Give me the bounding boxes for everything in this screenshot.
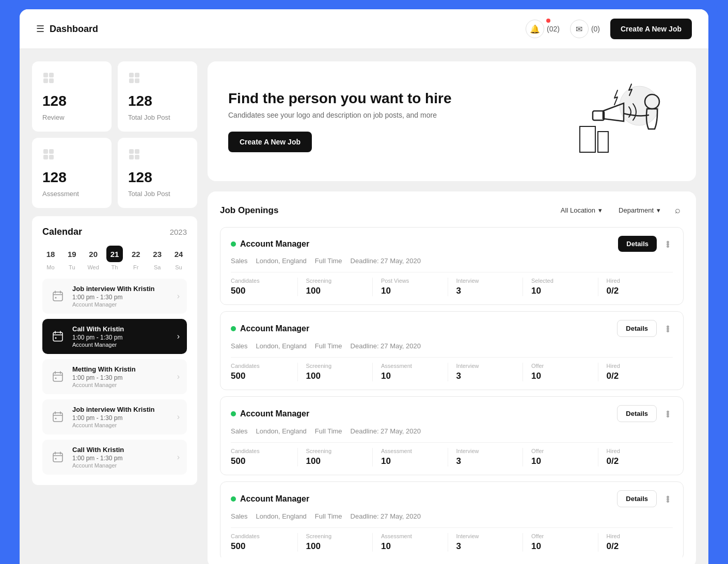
details-button-0[interactable]: Details [618,236,657,252]
job-stat-3-5: Hired 0/2 [607,533,673,552]
job-divider-0 [231,272,673,272]
job-title-row-3: Account Manager [231,494,309,504]
calendar-card: Calendar 2023 18 Mo 19 Tu 20 Wed 21 Th 2… [32,216,197,485]
event-title-2: Metting With Kristin [72,365,171,373]
job-stat-value-1-5: 0/2 [607,371,665,381]
event-title-0: Job interview With Kristin [72,285,171,293]
job-stat-1-3: Interview 3 [456,363,524,381]
calendar-event-1[interactable]: Call With Kristin 1:00 pm - 1:30 pm Acco… [42,319,187,354]
more-options-icon-3[interactable]: ••• [662,495,673,502]
svg-rect-14 [129,155,134,159]
svg-rect-16 [53,292,62,301]
stat-value-1: 128 [128,93,187,109]
calendar-event-3[interactable]: Job interview With Kristin 1:00 pm - 1:3… [42,399,187,434]
job-stat-label-2-4: Offer [531,448,590,454]
location-filter-btn[interactable]: All Location ▾ [556,203,607,217]
day-number-23: 23 [149,246,166,262]
calendar-day-24[interactable]: 24 Su [170,246,187,270]
calendar-day-22[interactable]: 22 Fr [128,246,144,270]
job-cards: Account Manager Details ••• Sales London… [220,227,684,557]
job-stats-2: Candidates 500 Screening 100 Assessment … [231,448,673,466]
job-department-2: Sales [231,427,248,435]
header-left: ☰ Dashboard [36,23,98,35]
svg-rect-13 [135,149,139,154]
calendar-day-23[interactable]: 23 Sa [149,246,166,270]
stat-card-2: 128 Assessment [32,138,112,208]
job-stat-0-4: Selected 10 [531,278,598,296]
details-button-2[interactable]: Details [617,405,657,422]
more-options-icon-1[interactable]: ••• [662,325,673,332]
job-stat-label-3-4: Offer [531,533,590,539]
job-title-0: Account Manager [240,239,309,249]
calendar-day-19[interactable]: 19 Tu [64,246,80,270]
job-stat-3-1: Screening 100 [306,533,373,552]
job-meta-0: Sales London, England Full Time Deadline… [231,257,673,265]
svg-rect-12 [129,149,134,154]
search-button[interactable]: ⌕ [672,202,684,219]
calendar-event-0[interactable]: Job interview With Kristin 1:00 pm - 1:3… [42,279,187,314]
svg-rect-20 [53,373,62,381]
job-stat-label-3-2: Assessment [381,533,439,539]
svg-rect-11 [49,155,54,159]
calendar-event-2[interactable]: Metting With Kristin 1:00 pm - 1:30 pm A… [42,359,187,394]
job-stat-label-1-5: Hired [607,363,665,369]
day-name-Mo: Mo [46,264,54,270]
job-card-1: Account Manager Details ••• Sales London… [220,311,684,390]
calendar-day-20[interactable]: 20 Wed [85,246,102,270]
svg-point-19 [55,337,57,339]
job-stat-label-1-1: Screening [306,363,365,369]
notifications-btn[interactable]: 🔔 (02) [526,20,560,38]
calendar-header: Calendar 2023 [42,227,187,237]
job-stat-3-0: Candidates 500 [231,533,298,552]
calendar-day-18[interactable]: 18 Mo [42,246,59,270]
job-stat-value-0-0: 500 [231,286,289,296]
job-stat-0-5: Hired 0/2 [607,278,673,296]
job-card-actions-2: Details ••• [617,405,673,422]
create-new-job-button[interactable]: Create A New Job [610,19,692,39]
job-card-actions-0: Details ••• [618,236,673,252]
department-filter-btn[interactable]: Department ▾ [613,203,666,217]
job-location-3: London, England [256,512,307,520]
hero-cta-button[interactable]: Create A New Job [228,132,312,152]
event-info-1: Call With Kristin 1:00 pm - 1:30 pm Acco… [72,325,171,348]
day-name-Wed: Wed [87,264,99,270]
job-stat-value-3-3: 3 [456,541,515,552]
job-stat-2-4: Offer 10 [531,448,598,466]
job-stat-label-0-1: Screening [306,278,365,284]
more-options-icon-0[interactable]: ••• [662,240,673,247]
job-stat-value-2-0: 500 [231,456,289,466]
job-stat-label-0-5: Hired [607,278,665,284]
job-stat-0-2: Post Views 10 [381,278,448,296]
day-number-22: 22 [128,246,144,262]
details-button-3[interactable]: Details [617,490,657,507]
job-stat-value-2-4: 10 [531,456,590,466]
notification-badge [546,19,550,23]
stat-icon-0 [42,72,101,87]
messages-count: (0) [591,25,600,33]
calendar-day-21[interactable]: 21 Th [106,246,123,270]
job-stat-2-1: Screening 100 [306,448,373,466]
job-stat-label-1-2: Assessment [381,363,439,369]
status-dot-1 [231,326,236,331]
stat-card-1: 128 Total Job Post [118,61,197,132]
job-stat-value-0-5: 0/2 [607,286,665,296]
more-options-icon-2[interactable]: ••• [662,410,673,417]
calendar-event-4[interactable]: Call With Kristin 1:00 pm - 1:30 pm Acco… [42,440,187,475]
svg-point-23 [55,418,57,420]
job-stat-1-1: Screening 100 [306,363,373,381]
event-icon-4 [50,449,66,465]
job-stat-label-1-3: Interview [456,363,515,369]
job-location-1: London, England [256,342,307,350]
job-stat-value-2-3: 3 [456,456,515,466]
messages-btn[interactable]: ✉ (0) [570,20,600,38]
menu-icon[interactable]: ☰ [36,23,44,35]
job-stat-1-2: Assessment 10 [381,363,448,381]
job-stat-1-4: Offer 10 [531,363,598,381]
event-type-0: Account Manager [72,301,171,308]
job-stat-value-1-4: 10 [531,371,590,381]
job-meta-3: Sales London, England Full Time Deadline… [231,512,673,520]
details-button-1[interactable]: Details [617,320,657,337]
calendar-days: 18 Mo 19 Tu 20 Wed 21 Th 22 Fr 23 Sa 24 … [42,246,187,270]
stat-card-0: 128 Review [32,61,112,132]
calendar-title: Calendar [42,227,82,237]
